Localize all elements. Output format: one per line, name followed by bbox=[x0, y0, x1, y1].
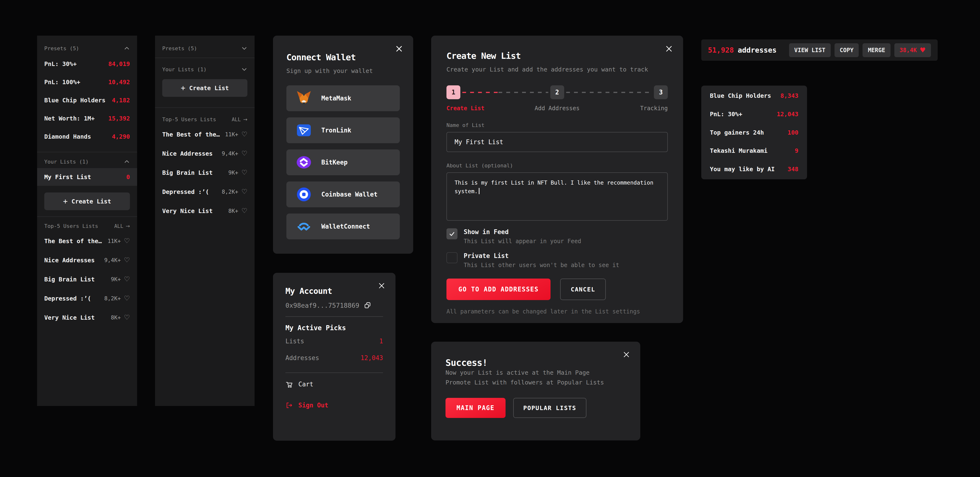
go-to-add-addresses-button[interactable]: GO TO ADD ADDRESSES bbox=[447, 279, 550, 300]
chevron-up-icon[interactable] bbox=[124, 158, 130, 165]
create-list-button[interactable]: + Create List bbox=[44, 192, 130, 210]
likes-count: 8,2K+ bbox=[104, 295, 121, 301]
top5-row[interactable]: The Best of the…11K+♡ bbox=[162, 125, 247, 144]
top5-row[interactable]: The Best of the…11K+♡ bbox=[44, 231, 130, 250]
about-list-textarea[interactable]: This is my first List in NFT Bull. I lik… bbox=[447, 173, 668, 221]
your-lists-section-header[interactable]: Your Lists (1) bbox=[44, 158, 130, 165]
likes-count: 38,4K bbox=[900, 47, 917, 54]
heart-outline-icon[interactable]: ♡ bbox=[124, 257, 130, 263]
close-icon[interactable] bbox=[622, 351, 630, 358]
my-account-modal: My Account 0x98eaf9...75718869 My Active… bbox=[273, 273, 396, 441]
likes-button[interactable]: 38,4K ♥ bbox=[894, 43, 931, 57]
recommended-lists-panel: Blue Chip Holders8,343 PnL: 30%+12,043 T… bbox=[701, 86, 807, 179]
top5-row[interactable]: Big Brain List9K+♡ bbox=[44, 270, 130, 289]
heart-outline-icon[interactable]: ♡ bbox=[124, 295, 130, 302]
private-list-checkbox[interactable] bbox=[447, 252, 457, 263]
text-cursor bbox=[479, 188, 479, 194]
wallet-option-metamask[interactable]: MetaMask bbox=[286, 86, 400, 111]
wallet-name: BitKeep bbox=[321, 159, 348, 166]
chevron-up-icon[interactable] bbox=[124, 45, 130, 51]
popular-lists-button[interactable]: POPULAR LISTS bbox=[513, 398, 586, 418]
heart-outline-icon[interactable]: ♡ bbox=[242, 189, 247, 195]
preset-row[interactable]: Diamond Hands4,290 bbox=[44, 127, 130, 146]
list-name-input[interactable] bbox=[447, 132, 668, 152]
recommended-row[interactable]: Tekashi Murakami9 bbox=[710, 147, 799, 154]
chevron-down-icon[interactable] bbox=[241, 66, 247, 73]
my-account-title: My Account bbox=[285, 286, 383, 296]
walletconnect-icon bbox=[296, 219, 312, 234]
close-icon[interactable] bbox=[395, 45, 403, 53]
heart-filled-icon: ♥ bbox=[920, 47, 926, 54]
your-lists-section-header[interactable]: Your Lists (1) bbox=[162, 66, 247, 73]
recommended-row[interactable]: PnL: 30%+12,043 bbox=[710, 111, 799, 118]
wallet-name: Coinbase Wallet bbox=[321, 191, 377, 198]
top5-row[interactable]: Very Nice List8K+♡ bbox=[162, 201, 247, 220]
presets-section-header[interactable]: Presets (5) bbox=[44, 45, 130, 51]
arrow-right-icon: → bbox=[243, 117, 247, 122]
wallet-option-tronlink[interactable]: TronLink bbox=[286, 117, 400, 143]
main-page-button[interactable]: MAIN PAGE bbox=[445, 398, 506, 418]
sign-out-label: Sign Out bbox=[298, 402, 328, 409]
heart-outline-icon[interactable]: ♡ bbox=[124, 314, 130, 321]
heart-outline-icon[interactable]: ♡ bbox=[124, 276, 130, 283]
top5-all-link[interactable]: ALL → bbox=[114, 223, 130, 229]
top5-all-link[interactable]: ALL → bbox=[232, 117, 247, 122]
create-list-button[interactable]: + Create List bbox=[162, 79, 247, 97]
top5-row[interactable]: Very Nice List8K+♡ bbox=[44, 308, 130, 327]
cancel-button[interactable]: CANCEL bbox=[560, 279, 606, 300]
presets-section-header[interactable]: Presets (5) bbox=[162, 45, 247, 51]
top5-section-header: Top-5 Users Lists ALL → bbox=[162, 116, 247, 122]
preset-row[interactable]: Blue Chip Holders4,182 bbox=[44, 91, 130, 109]
presets-title: Presets (5) bbox=[44, 46, 79, 51]
wallet-name: WalletConnect bbox=[321, 223, 370, 230]
divider bbox=[285, 316, 383, 317]
wizard-stepper: 1 2 3 bbox=[447, 86, 668, 99]
preset-row[interactable]: Net Worth: 1M+15,392 bbox=[44, 109, 130, 127]
option-description: This List will appear in your Feed bbox=[464, 238, 581, 245]
preset-row[interactable]: PnL: 100%+10,492 bbox=[44, 73, 130, 91]
wallet-options: MetaMask TronLink BitKeep Coinbase Wal bbox=[286, 86, 400, 239]
stat-row-addresses: Addresses 12,043 bbox=[285, 350, 383, 365]
your-lists-title: Your Lists (1) bbox=[44, 159, 89, 165]
heart-outline-icon[interactable]: ♡ bbox=[242, 208, 247, 214]
heart-outline-icon[interactable]: ♡ bbox=[124, 238, 130, 244]
heart-outline-icon[interactable]: ♡ bbox=[242, 169, 247, 176]
step-2-badge[interactable]: 2 bbox=[550, 86, 564, 99]
top5-row[interactable]: Nice Addresses9,4K+♡ bbox=[44, 250, 130, 270]
cart-menu-item[interactable]: Cart bbox=[285, 380, 383, 388]
wallet-option-walletconnect[interactable]: WalletConnect bbox=[286, 214, 400, 239]
connect-wallet-title: Connect Wallet bbox=[286, 52, 400, 62]
close-icon[interactable] bbox=[665, 45, 673, 53]
wallet-option-bitkeep[interactable]: BitKeep bbox=[286, 149, 400, 175]
wallet-option-coinbase[interactable]: Coinbase Wallet bbox=[286, 181, 400, 207]
likes-count: 8K+ bbox=[111, 314, 121, 321]
top5-row[interactable]: Big Brain List9K+♡ bbox=[162, 163, 247, 182]
step-1-badge[interactable]: 1 bbox=[447, 86, 460, 99]
heart-outline-icon[interactable]: ♡ bbox=[242, 150, 247, 157]
top5-row[interactable]: Depressed :’(8,2K+♡ bbox=[44, 289, 130, 308]
preset-row[interactable]: PnL: 30%+84,019 bbox=[44, 55, 130, 73]
section-divider bbox=[155, 107, 255, 108]
recommended-row[interactable]: Blue Chip Holders8,343 bbox=[710, 92, 799, 99]
top5-row[interactable]: Nice Addresses9,4K+♡ bbox=[162, 144, 247, 163]
merge-button[interactable]: MERGE bbox=[862, 43, 890, 57]
heart-outline-icon[interactable]: ♡ bbox=[242, 131, 247, 138]
sign-out-menu-item[interactable]: Sign Out bbox=[285, 402, 383, 409]
plus-icon: + bbox=[181, 84, 185, 92]
copy-button[interactable]: COPY bbox=[835, 43, 859, 57]
recommended-row[interactable]: You may like by AI348 bbox=[710, 166, 799, 173]
coinbase-icon bbox=[296, 187, 312, 202]
step-3-badge[interactable]: 3 bbox=[654, 86, 668, 99]
section-divider bbox=[37, 152, 137, 152]
metamask-icon bbox=[296, 90, 312, 106]
view-list-button[interactable]: VIEW LIST bbox=[789, 43, 831, 57]
top5-row[interactable]: Depressed :’(8,2K+♡ bbox=[162, 182, 247, 201]
step-1-label: Create List bbox=[447, 105, 520, 112]
close-icon[interactable] bbox=[378, 282, 385, 290]
copy-icon[interactable] bbox=[364, 301, 371, 309]
show-in-feed-checkbox[interactable] bbox=[447, 228, 457, 239]
your-list-label: My First List bbox=[44, 174, 91, 181]
chevron-down-icon[interactable] bbox=[241, 45, 247, 51]
recommended-row[interactable]: Top gainers 24h100 bbox=[710, 129, 799, 136]
your-list-row-selected[interactable]: My First List 0 bbox=[37, 168, 137, 186]
